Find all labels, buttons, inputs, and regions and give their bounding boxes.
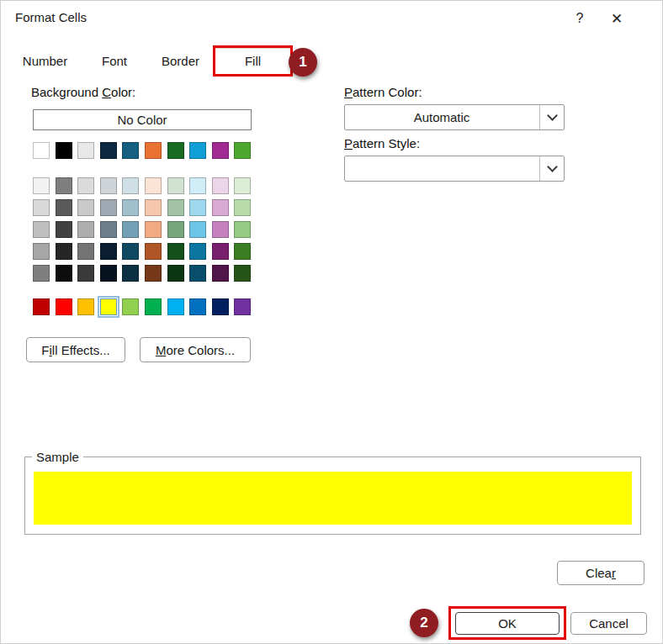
color-swatch[interactable] <box>100 142 117 159</box>
color-swatch[interactable] <box>33 243 50 260</box>
no-color-button[interactable]: No Color <box>33 109 252 130</box>
label-accel: C <box>102 85 111 99</box>
color-swatch[interactable] <box>212 221 229 238</box>
color-swatch[interactable] <box>212 265 229 282</box>
color-swatch[interactable] <box>77 265 94 282</box>
color-swatch[interactable] <box>234 142 251 159</box>
color-swatch[interactable] <box>212 142 229 159</box>
color-swatch[interactable] <box>56 177 72 194</box>
color-swatch[interactable] <box>122 243 139 260</box>
color-swatch[interactable] <box>167 243 184 260</box>
color-swatch[interactable] <box>234 177 251 194</box>
color-swatch[interactable] <box>167 199 184 216</box>
chevron-down-icon[interactable] <box>539 156 564 181</box>
color-swatch[interactable] <box>56 221 72 238</box>
color-swatch[interactable] <box>122 199 139 216</box>
color-swatch[interactable] <box>100 199 117 216</box>
color-swatch[interactable] <box>189 199 206 216</box>
color-swatch[interactable] <box>234 298 251 315</box>
pattern-style-label: Pattern Style: <box>344 136 420 150</box>
color-swatch[interactable] <box>212 177 229 194</box>
color-swatch[interactable] <box>77 199 94 216</box>
pattern-color-dropdown[interactable]: Automatic <box>344 104 565 130</box>
color-swatch[interactable] <box>234 265 251 282</box>
label-text: ll Effects... <box>52 343 110 357</box>
color-swatch[interactable] <box>189 298 206 315</box>
color-swatch[interactable] <box>167 265 184 282</box>
color-swatch[interactable] <box>77 142 94 159</box>
color-swatch[interactable] <box>145 142 162 159</box>
chevron-down-icon[interactable] <box>539 105 564 129</box>
label-accel: M <box>156 343 167 357</box>
color-swatch[interactable] <box>100 243 117 260</box>
label-text: attern Color: <box>353 85 422 99</box>
color-swatch[interactable] <box>167 177 184 194</box>
color-swatch[interactable] <box>33 298 50 315</box>
color-swatch[interactable] <box>212 199 229 216</box>
color-swatch[interactable] <box>189 177 206 194</box>
color-swatch[interactable] <box>212 298 229 315</box>
clear-button[interactable]: Clear <box>557 561 644 585</box>
color-swatch[interactable] <box>33 177 50 194</box>
tab-fill[interactable]: Fill <box>213 48 293 74</box>
label-text: Background <box>31 85 102 99</box>
color-swatch[interactable] <box>145 199 162 216</box>
color-swatch[interactable] <box>77 298 94 315</box>
pattern-style-dropdown[interactable] <box>344 156 565 182</box>
color-swatch[interactable] <box>189 265 206 282</box>
color-swatch[interactable] <box>56 142 72 159</box>
color-swatch[interactable] <box>56 243 72 260</box>
help-icon[interactable]: ? <box>566 6 593 31</box>
color-swatch[interactable] <box>122 177 139 194</box>
color-swatch[interactable] <box>100 221 117 238</box>
color-swatch[interactable] <box>56 199 72 216</box>
color-swatch[interactable] <box>122 221 139 238</box>
color-swatch[interactable] <box>122 142 139 159</box>
color-swatch[interactable] <box>77 177 94 194</box>
tab-font[interactable]: Font <box>81 48 148 74</box>
color-swatch[interactable] <box>122 298 139 315</box>
color-swatch[interactable] <box>33 265 50 282</box>
color-swatch[interactable] <box>234 199 251 216</box>
color-swatch[interactable] <box>212 243 229 260</box>
cancel-button[interactable]: Cancel <box>570 612 647 635</box>
tab-border[interactable]: Border <box>148 48 213 74</box>
color-swatch[interactable] <box>33 142 50 159</box>
color-swatch[interactable] <box>122 265 139 282</box>
color-swatch[interactable] <box>167 221 184 238</box>
color-swatch[interactable] <box>56 298 72 315</box>
color-swatch[interactable] <box>167 142 184 159</box>
color-swatch[interactable] <box>56 265 72 282</box>
sample-label: Sample <box>32 450 83 464</box>
color-swatch[interactable] <box>77 221 94 238</box>
close-icon[interactable]: ✕ <box>603 6 630 31</box>
background-color-label: Background Color: <box>31 85 135 99</box>
color-swatch[interactable] <box>234 221 251 238</box>
color-swatch[interactable] <box>189 243 206 260</box>
color-swatch[interactable] <box>145 265 162 282</box>
ok-button[interactable]: OK <box>455 612 560 635</box>
color-swatch[interactable] <box>167 298 184 315</box>
color-swatch[interactable] <box>33 221 50 238</box>
color-swatch[interactable] <box>189 142 206 159</box>
color-swatch[interactable] <box>100 177 117 194</box>
fill-effects-button[interactable]: Fill Effects... <box>26 337 125 362</box>
color-swatch[interactable] <box>145 298 162 315</box>
tint-color-row <box>33 177 251 194</box>
more-colors-button[interactable]: More Colors... <box>140 337 251 362</box>
color-swatch[interactable] <box>234 243 251 260</box>
color-swatch[interactable] <box>100 298 117 315</box>
color-swatch[interactable] <box>145 177 162 194</box>
color-swatch[interactable] <box>77 243 94 260</box>
tab-strip: Number Font Border Fill <box>9 48 293 74</box>
color-swatch[interactable] <box>145 221 162 238</box>
tab-number[interactable]: Number <box>9 48 81 74</box>
color-swatch[interactable] <box>33 199 50 216</box>
format-cells-dialog: Format Cells ? ✕ Number Font Border Fill… <box>0 0 663 644</box>
color-swatch[interactable] <box>189 221 206 238</box>
label-text: ore Colors... <box>166 343 235 357</box>
step-annotation-1: 1 <box>289 48 317 77</box>
color-swatch[interactable] <box>100 265 117 282</box>
sample-fill <box>34 472 632 525</box>
color-swatch[interactable] <box>145 243 162 260</box>
